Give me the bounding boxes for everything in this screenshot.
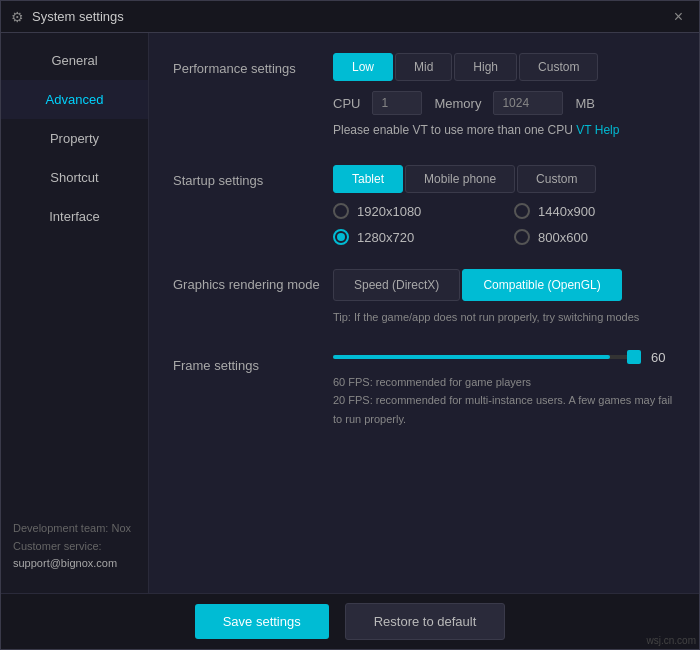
sidebar-item-shortcut[interactable]: Shortcut bbox=[1, 158, 148, 197]
radio-800[interactable] bbox=[514, 229, 530, 245]
performance-btn-group: Low Mid High Custom bbox=[333, 53, 675, 81]
sidebar-item-interface[interactable]: Interface bbox=[1, 197, 148, 236]
frame-content: 60 60 FPS: recommended for game players … bbox=[333, 350, 675, 429]
graphics-label: Graphics rendering mode bbox=[173, 269, 333, 292]
support-email: support@bignox.com bbox=[13, 555, 136, 573]
cpu-label: CPU bbox=[333, 96, 360, 111]
graphics-section: Graphics rendering mode Speed (DirectX) … bbox=[173, 269, 675, 326]
dev-team-text: Development team: Nox bbox=[13, 520, 136, 538]
performance-label: Performance settings bbox=[173, 53, 333, 76]
frame-section: Frame settings 60 60 FPS: recommended fo… bbox=[173, 350, 675, 429]
fps-info-1: 60 FPS: recommended for game players bbox=[333, 373, 675, 392]
sidebar-footer: Development team: Nox Customer service: … bbox=[1, 508, 148, 585]
restore-button[interactable]: Restore to default bbox=[345, 603, 506, 640]
frame-label: Frame settings bbox=[173, 350, 333, 373]
main-window: ⚙ System settings × General Advanced Pro… bbox=[0, 0, 700, 650]
resolution-1440-label: 1440x900 bbox=[538, 204, 595, 219]
radio-1440[interactable] bbox=[514, 203, 530, 219]
slider-fill bbox=[333, 355, 610, 359]
save-button[interactable]: Save settings bbox=[195, 604, 329, 639]
radio-1920[interactable] bbox=[333, 203, 349, 219]
sidebar: General Advanced Property Shortcut Inter… bbox=[1, 33, 149, 593]
graphics-content: Speed (DirectX) Compatible (OpenGL) Tip:… bbox=[333, 269, 675, 326]
memory-label: Memory bbox=[434, 96, 481, 111]
close-button[interactable]: × bbox=[668, 6, 689, 28]
gear-icon: ⚙ bbox=[11, 9, 24, 25]
resolution-1920-label: 1920x1080 bbox=[357, 204, 421, 219]
customer-service-label: Customer service: bbox=[13, 538, 136, 556]
sidebar-item-advanced[interactable]: Advanced bbox=[1, 80, 148, 119]
memory-input[interactable] bbox=[493, 91, 563, 115]
sidebar-item-general[interactable]: General bbox=[1, 41, 148, 80]
startup-content: Tablet Mobile phone Custom 1920x1080 144… bbox=[333, 165, 675, 245]
slider-track[interactable] bbox=[333, 355, 641, 359]
radio-1280[interactable] bbox=[333, 229, 349, 245]
startup-btn-group: Tablet Mobile phone Custom bbox=[333, 165, 675, 193]
bottom-bar: Save settings Restore to default bbox=[1, 593, 699, 649]
vt-help-link[interactable]: VT Help bbox=[576, 123, 619, 137]
startup-label: Startup settings bbox=[173, 165, 333, 188]
graphics-directx-button[interactable]: Speed (DirectX) bbox=[333, 269, 460, 301]
slider-thumb[interactable] bbox=[627, 350, 641, 364]
frame-value: 60 bbox=[651, 350, 675, 365]
resolution-1920[interactable]: 1920x1080 bbox=[333, 203, 494, 219]
watermark: wsj.cn.com bbox=[647, 635, 696, 646]
startup-section: Startup settings Tablet Mobile phone Cus… bbox=[173, 165, 675, 245]
perf-high-button[interactable]: High bbox=[454, 53, 517, 81]
window-title: System settings bbox=[32, 9, 668, 24]
vt-help-text: Please enable VT to use more than one CP… bbox=[333, 123, 675, 137]
performance-content: Low Mid High Custom CPU Memory MB Please… bbox=[333, 53, 675, 141]
perf-low-button[interactable]: Low bbox=[333, 53, 393, 81]
title-bar: ⚙ System settings × bbox=[1, 1, 699, 33]
resolution-grid: 1920x1080 1440x900 1280x720 800x600 bbox=[333, 203, 675, 245]
startup-custom-button[interactable]: Custom bbox=[517, 165, 596, 193]
graphics-btn-group: Speed (DirectX) Compatible (OpenGL) bbox=[333, 269, 675, 301]
cpu-input[interactable] bbox=[372, 91, 422, 115]
resolution-1280[interactable]: 1280x720 bbox=[333, 229, 494, 245]
main-content: Performance settings Low Mid High Custom… bbox=[149, 33, 699, 593]
perf-mid-button[interactable]: Mid bbox=[395, 53, 452, 81]
startup-tablet-button[interactable]: Tablet bbox=[333, 165, 403, 193]
graphics-opengl-button[interactable]: Compatible (OpenGL) bbox=[462, 269, 621, 301]
sidebar-item-property[interactable]: Property bbox=[1, 119, 148, 158]
content-area: General Advanced Property Shortcut Inter… bbox=[1, 33, 699, 593]
resolution-1280-label: 1280x720 bbox=[357, 230, 414, 245]
performance-section: Performance settings Low Mid High Custom… bbox=[173, 53, 675, 141]
frame-slider-row: 60 bbox=[333, 350, 675, 365]
startup-mobile-button[interactable]: Mobile phone bbox=[405, 165, 515, 193]
resolution-800[interactable]: 800x600 bbox=[514, 229, 675, 245]
memory-unit: MB bbox=[575, 96, 595, 111]
fps-info-2: 20 FPS: recommended for multi-instance u… bbox=[333, 391, 675, 428]
cpu-mem-row: CPU Memory MB bbox=[333, 91, 675, 115]
perf-custom-button[interactable]: Custom bbox=[519, 53, 598, 81]
resolution-1440[interactable]: 1440x900 bbox=[514, 203, 675, 219]
fps-info: 60 FPS: recommended for game players 20 … bbox=[333, 373, 675, 429]
resolution-800-label: 800x600 bbox=[538, 230, 588, 245]
graphics-tip: Tip: If the game/app does not run proper… bbox=[333, 309, 675, 326]
